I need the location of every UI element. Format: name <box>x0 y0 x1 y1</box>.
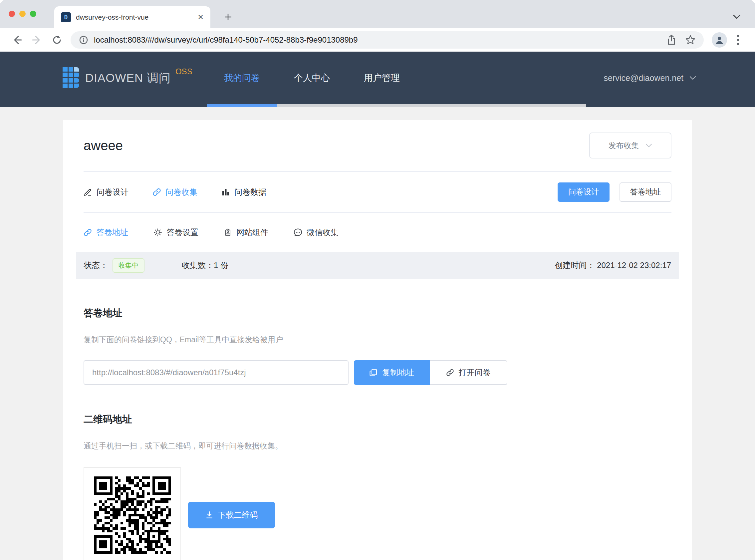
qr-code-image <box>94 476 171 554</box>
subtab-label: 答卷设置 <box>166 227 198 238</box>
browser-window: D dwsurvey-oss-front-vue ✕ localhost:808… <box>0 0 755 560</box>
survey-card: aweee 发布收集 问卷设计 问卷收集 问卷数据 <box>63 120 692 560</box>
page-background: aweee 发布收集 问卷设计 问卷收集 问卷数据 <box>0 107 755 560</box>
app-menu: 我的问卷 个人中心 用户管理 <box>207 52 417 104</box>
share-icon[interactable] <box>667 35 676 45</box>
site-info-icon[interactable] <box>79 35 88 45</box>
subtab-answer-url[interactable]: 答卷地址 <box>84 227 128 238</box>
open-survey-label: 打开问卷 <box>459 367 491 378</box>
browser-tab[interactable]: D dwsurvey-oss-front-vue ✕ <box>54 6 210 28</box>
created-value: 2021-12-02 23:02:17 <box>597 261 671 270</box>
browser-menu-button[interactable] <box>730 32 746 47</box>
bookmark-star-icon[interactable] <box>685 35 696 45</box>
answer-url-button[interactable]: 答卷地址 <box>619 182 671 202</box>
tab-survey-collect[interactable]: 问卷收集 <box>152 187 198 197</box>
person-icon <box>714 35 725 45</box>
zoom-window-button[interactable] <box>30 11 36 17</box>
qr-description: 通过手机扫一扫，或下载二维码，即可进行问卷数据收集。 <box>84 441 671 451</box>
account-email: service@diaowen.net <box>604 73 683 83</box>
tab-close-icon[interactable]: ✕ <box>198 13 204 22</box>
edit-icon <box>84 188 92 196</box>
nav-underline-track <box>277 104 586 107</box>
favicon-icon: D <box>61 12 71 22</box>
copy-icon <box>369 368 378 377</box>
widget-tag-icon <box>224 228 232 237</box>
diaowen-logo-icon <box>63 67 79 88</box>
tab-label: 问卷设计 <box>97 187 128 197</box>
url-button-group: 复制地址 打开问卷 <box>354 360 507 385</box>
minimize-window-button[interactable] <box>19 11 26 17</box>
collect-count-value: 1 份 <box>214 260 228 271</box>
reload-button[interactable] <box>49 32 65 47</box>
status-badge: 收集中 <box>113 258 144 273</box>
copy-url-button[interactable]: 复制地址 <box>354 360 430 385</box>
subtab-label: 微信收集 <box>307 227 339 238</box>
address-bar[interactable]: localhost:8083/#/dw/survey/c/url/c98fa14… <box>70 31 704 48</box>
download-qr-button[interactable]: 下载二维码 <box>188 502 275 528</box>
subtab-wechat-collect[interactable]: 微信收集 <box>293 227 339 238</box>
plus-icon <box>223 12 233 22</box>
answer-url-input[interactable] <box>84 360 349 385</box>
tab-search-button[interactable] <box>728 9 745 25</box>
survey-design-button[interactable]: 问卷设计 <box>557 182 610 202</box>
tab-label: 问卷数据 <box>234 187 266 197</box>
link-icon <box>446 368 454 377</box>
new-tab-button[interactable] <box>220 9 236 25</box>
kebab-menu-icon <box>736 34 740 46</box>
download-icon <box>205 511 213 519</box>
app-header: DIAOWEN 调问 OSS 我的问卷 个人中心 用户管理 service@di… <box>0 52 755 107</box>
collect-count-label: 收集数： <box>182 260 214 271</box>
bar-chart-icon <box>221 188 230 196</box>
nav-item-personal-center[interactable]: 个人中心 <box>277 52 347 104</box>
browser-profile-avatar[interactable] <box>712 32 727 47</box>
tab-label: 问卷收集 <box>165 187 198 197</box>
back-button[interactable] <box>9 32 25 47</box>
survey-title: aweee <box>84 138 123 153</box>
back-arrow-icon <box>11 34 23 46</box>
publish-status-value: 发布收集 <box>609 140 639 151</box>
qr-code-box <box>84 467 181 560</box>
tab-survey-design[interactable]: 问卷设计 <box>84 187 128 197</box>
qr-heading: 二维码地址 <box>84 413 671 426</box>
subtab-label: 网站组件 <box>236 227 268 238</box>
tab-survey-data[interactable]: 问卷数据 <box>221 187 266 197</box>
forward-arrow-icon <box>31 34 43 46</box>
status-bar: 状态： 收集中 收集数： 1 份 创建时间： 2021-12-02 23:02:… <box>76 252 679 279</box>
open-survey-button[interactable]: 打开问卷 <box>430 360 507 385</box>
chat-bubble-icon <box>293 228 302 237</box>
gear-icon <box>154 228 162 237</box>
answer-url-row: 复制地址 打开问卷 <box>84 360 671 385</box>
download-qr-label: 下载二维码 <box>218 510 258 520</box>
chevron-down-icon <box>732 13 741 21</box>
forward-button[interactable] <box>29 32 45 47</box>
browser-url-bar: localhost:8083/#/dw/survey/c/url/c98fa14… <box>0 28 755 52</box>
subtab-label: 答卷地址 <box>96 227 128 238</box>
nav-item-my-surveys[interactable]: 我的问卷 <box>207 52 277 104</box>
reload-icon <box>51 34 63 46</box>
copy-url-label: 复制地址 <box>382 367 414 378</box>
url-text: localhost:8083/#/dw/survey/c/url/c98fa14… <box>94 35 358 45</box>
close-window-button[interactable] <box>9 11 15 17</box>
created-label: 创建时间： <box>555 261 595 270</box>
subtab-website-widget[interactable]: 网站组件 <box>224 227 268 238</box>
active-nav-underline <box>207 104 277 107</box>
chevron-down-icon <box>645 142 652 149</box>
account-dropdown[interactable]: service@diaowen.net <box>604 52 697 104</box>
answer-url-heading: 答卷地址 <box>84 307 671 320</box>
status-label: 状态： <box>84 260 108 271</box>
tab-title: dwsurvey-oss-front-vue <box>76 13 195 21</box>
publish-status-dropdown[interactable]: 发布收集 <box>589 133 671 159</box>
brand-badge: OSS <box>176 67 192 76</box>
answer-url-description: 复制下面的问卷链接到QQ，Email等工具中直接发给被用户 <box>84 335 671 345</box>
subtab-answer-settings[interactable]: 答卷设置 <box>154 227 198 238</box>
survey-tabs: 问卷设计 问卷收集 问卷数据 问卷设计 答卷地址 <box>84 172 671 212</box>
nav-item-user-management[interactable]: 用户管理 <box>347 52 417 104</box>
qr-row: 下载二维码 <box>84 467 671 560</box>
brand[interactable]: DIAOWEN 调问 OSS <box>63 66 192 88</box>
collect-subtabs: 答卷地址 答卷设置 网站组件 微信收集 <box>84 213 671 252</box>
link-icon <box>152 188 161 196</box>
macos-traffic-lights <box>9 11 36 17</box>
browser-tab-strip: D dwsurvey-oss-front-vue ✕ <box>0 0 755 28</box>
title-row: aweee 发布收集 <box>84 120 671 171</box>
brand-name: DIAOWEN 调问 <box>85 70 171 86</box>
